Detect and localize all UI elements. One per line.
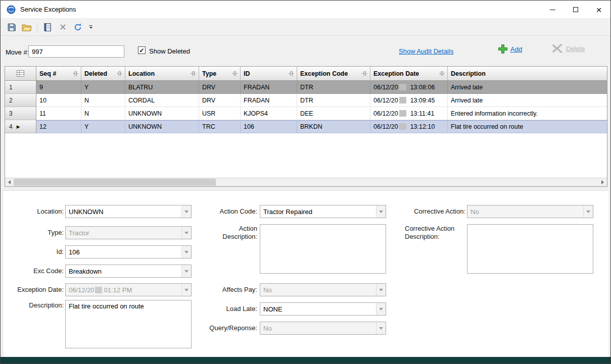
horizontal-scrollbar[interactable] bbox=[5, 178, 607, 186]
cell-exc_code[interactable]: DEE bbox=[297, 107, 370, 120]
action-description-textarea[interactable] bbox=[260, 224, 386, 274]
pin-icon[interactable] bbox=[73, 71, 78, 76]
cell-exc_date[interactable]: 06/12/2013:08:06 bbox=[370, 81, 448, 94]
id-dropdown[interactable]: 106 bbox=[65, 245, 192, 258]
cell-type[interactable]: TRC bbox=[199, 120, 241, 133]
redacted-year bbox=[399, 123, 406, 130]
show-deleted-checkbox[interactable]: ✓ bbox=[138, 46, 146, 54]
cell-location[interactable]: UNKNOWN bbox=[125, 120, 199, 133]
cell-deleted[interactable]: N bbox=[81, 94, 125, 107]
window-controls: × bbox=[541, 1, 610, 19]
affects-pay-dropdown: No bbox=[260, 283, 386, 296]
corrective-action-dropdown: No bbox=[467, 205, 593, 218]
cell-deleted[interactable]: Y bbox=[81, 120, 125, 133]
exception-date-label: Exception Date: bbox=[4, 286, 64, 294]
cell-location[interactable]: BLATRU bbox=[125, 81, 199, 94]
cell-location[interactable]: UNKNOWN bbox=[125, 107, 199, 120]
show-audit-details-link[interactable]: Show Audit Details bbox=[399, 47, 453, 55]
open-button[interactable] bbox=[21, 21, 33, 33]
add-button[interactable]: Add bbox=[497, 43, 522, 55]
query-response-label: Query/Reponse: bbox=[170, 324, 257, 332]
column-header-description[interactable]: Description bbox=[448, 67, 607, 80]
cell-description[interactable]: Arrived late bbox=[448, 81, 607, 94]
exception-date-text: 06/12/20 bbox=[373, 110, 398, 117]
row-number: 1 bbox=[9, 84, 13, 91]
column-header-exc_code[interactable]: Exception Code bbox=[297, 67, 370, 80]
cell-exc_code[interactable]: DTR bbox=[297, 94, 370, 107]
cell-exc_date[interactable]: 06/12/2013:09:45 bbox=[370, 94, 448, 107]
cell-location[interactable]: CORDAL bbox=[125, 94, 199, 107]
scroll-right-button[interactable] bbox=[598, 178, 607, 186]
pin-icon[interactable] bbox=[191, 71, 196, 76]
action-code-dropdown[interactable]: Tractor Repaired bbox=[260, 205, 386, 218]
cell-seq[interactable]: 9 bbox=[36, 81, 81, 94]
column-header-type[interactable]: Type bbox=[199, 67, 241, 80]
affects-pay-label: Affects Pay: bbox=[170, 286, 257, 294]
save-icon bbox=[7, 23, 16, 32]
cell-deleted[interactable]: N bbox=[81, 107, 125, 120]
delete-button[interactable]: Delete bbox=[552, 44, 585, 53]
chevron-down-icon[interactable] bbox=[376, 205, 386, 218]
journal-button[interactable] bbox=[41, 21, 54, 33]
save-button[interactable] bbox=[6, 21, 18, 33]
column-header-location[interactable]: Location bbox=[125, 67, 199, 80]
minimize-button[interactable] bbox=[541, 1, 564, 19]
cell-deleted[interactable]: Y bbox=[81, 81, 125, 94]
row-selector[interactable]: 4▶ bbox=[5, 120, 36, 133]
cell-id[interactable]: 106 bbox=[241, 120, 297, 133]
cell-description[interactable]: Entered information incorrectly. bbox=[448, 107, 607, 120]
cell-type[interactable]: USR bbox=[199, 107, 241, 120]
exc-code-dropdown[interactable]: Breakdown bbox=[65, 265, 192, 278]
chevron-down-icon[interactable] bbox=[376, 303, 386, 315]
cell-exc_date[interactable]: 06/12/2013:12:10 bbox=[370, 120, 448, 133]
column-header-deleted[interactable]: Deleted bbox=[81, 67, 125, 80]
cell-id[interactable]: FRADAN bbox=[241, 81, 297, 94]
chevron-down-icon[interactable] bbox=[181, 246, 191, 258]
row-selector[interactable]: 2 bbox=[5, 94, 36, 107]
grid-corner-button[interactable] bbox=[5, 67, 36, 80]
move-number-label: Move #: bbox=[6, 48, 29, 56]
cell-seq[interactable]: 10 bbox=[36, 94, 81, 107]
grid-row[interactable]: 311NUNKNOWNUSRKJOPS4DEE06/12/2013:11:41E… bbox=[5, 107, 607, 120]
cell-exc_date[interactable]: 06/12/2013:11:41 bbox=[370, 107, 448, 120]
cell-id[interactable]: KJOPS4 bbox=[241, 107, 297, 120]
refresh-button[interactable] bbox=[72, 21, 84, 33]
grid-row[interactable]: 19YBLATRUDRVFRADANDTR06/12/2013:08:06Arr… bbox=[5, 81, 607, 94]
corrective-action-description-textarea[interactable] bbox=[467, 224, 593, 274]
pin-icon[interactable] bbox=[117, 71, 122, 76]
show-deleted-label: Show Deleted bbox=[149, 47, 190, 55]
redacted-year bbox=[399, 97, 406, 103]
grid-row[interactable]: 210NCORDALDRVFRADANDTR06/12/2013:09:45Ar… bbox=[5, 94, 607, 107]
cell-exc_code[interactable]: DTR bbox=[297, 81, 370, 94]
toolbar-delete-button[interactable] bbox=[57, 21, 69, 33]
cell-id[interactable]: FRADAN bbox=[241, 94, 297, 107]
chevron-down-icon[interactable] bbox=[181, 265, 191, 277]
pin-icon[interactable] bbox=[289, 71, 294, 76]
column-header-label: Exception Code bbox=[300, 70, 348, 77]
column-header-exc_date[interactable]: Exception Date bbox=[370, 67, 448, 80]
pin-icon[interactable] bbox=[362, 71, 367, 76]
pin-icon[interactable] bbox=[439, 71, 445, 76]
cell-type[interactable]: DRV bbox=[199, 81, 241, 94]
close-button[interactable]: × bbox=[587, 1, 610, 19]
check-icon: ✓ bbox=[139, 47, 144, 54]
row-selector[interactable]: 3 bbox=[5, 107, 36, 120]
cell-description[interactable]: Flat tire occurred on route bbox=[448, 120, 607, 133]
cell-description[interactable]: Arrived late bbox=[448, 94, 607, 107]
row-selector[interactable]: 1 bbox=[5, 81, 36, 94]
scroll-left-button[interactable] bbox=[5, 178, 14, 186]
column-header-id[interactable]: ID bbox=[241, 67, 297, 80]
cell-seq[interactable]: 12 bbox=[36, 120, 81, 133]
cell-seq[interactable]: 11 bbox=[36, 107, 81, 120]
pin-icon[interactable] bbox=[232, 71, 238, 76]
grid-row[interactable]: 4▶12YUNKNOWNTRC106BRKDN06/12/2013:12:10F… bbox=[5, 120, 607, 133]
scrollbar-thumb[interactable] bbox=[14, 179, 216, 186]
cell-exc_code[interactable]: BRKDN bbox=[297, 120, 370, 133]
load-late-dropdown[interactable]: NONE bbox=[260, 302, 386, 316]
move-number-input[interactable] bbox=[28, 45, 124, 58]
toolbar-options-button[interactable] bbox=[89, 25, 92, 29]
maximize-button[interactable] bbox=[564, 1, 587, 19]
column-header-seq[interactable]: Seq # bbox=[36, 67, 81, 80]
cell-type[interactable]: DRV bbox=[199, 94, 241, 107]
add-label: Add bbox=[510, 45, 522, 53]
